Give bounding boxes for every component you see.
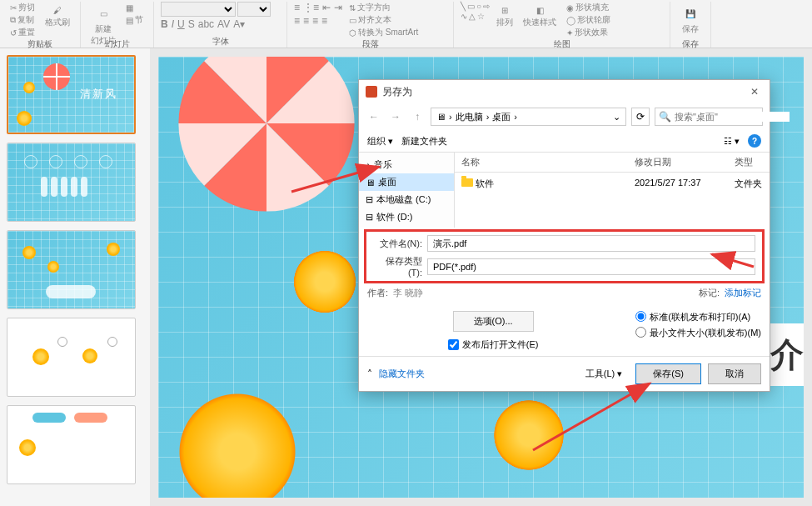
tags-value[interactable]: 添加标记 (725, 287, 761, 299)
shape-outline-button[interactable]: ◯形状轮廓 (563, 14, 614, 26)
shape-triangle-icon: △ (469, 12, 476, 21)
new-folder-button[interactable]: 新建文件夹 (401, 135, 447, 148)
nav-forward-button[interactable]: → (387, 108, 404, 125)
tools-dropdown[interactable]: 工具(L) ▾ (579, 366, 630, 382)
section-icon: ▤ (126, 16, 133, 25)
breadcrumb[interactable]: 🖥 › 此电脑 › 桌面 › ⌄ (431, 108, 626, 126)
folder-tree[interactable]: ♪音乐 🖥桌面 ⊟本地磁盘 (C:) ⊟软件 (D:) ⊟办公 (E:) (359, 153, 455, 228)
strikethrough-button[interactable]: S (188, 18, 195, 30)
align-right-button[interactable]: ≡ (312, 15, 318, 27)
optimize-radio-group: 标准(联机发布和打印)(A) 最小文件大小(联机发布)(M) (635, 311, 761, 351)
underline-button[interactable]: U (177, 18, 185, 30)
file-list[interactable]: 名称 修改日期 类型 软件 2021/5/27 17:37 文件夹 (455, 153, 770, 228)
col-type[interactable]: 类型 (728, 153, 770, 172)
filename-input[interactable] (427, 235, 755, 252)
slide-thumbnails-panel[interactable]: 清新风 (0, 48, 150, 506)
dialog-footer: ˄ 隐藏文件夹 工具(L) ▾ 保存(S) 取消 (359, 356, 770, 391)
indent-inc-button[interactable]: ⇥ (334, 2, 342, 13)
align-left-button[interactable]: ≡ (294, 15, 300, 27)
radio-minimum[interactable]: 最小文件大小(联机发布)(M) (635, 327, 761, 339)
font-color-button[interactable]: A▾ (233, 18, 245, 30)
slide-thumb-3[interactable] (7, 230, 136, 309)
shapes-gallery-row2[interactable]: ∿ △ ☆ (461, 12, 490, 21)
indent-dec-button[interactable]: ⇤ (322, 2, 331, 13)
tree-item-music[interactable]: ♪音乐 (359, 156, 454, 173)
dialog-titlebar[interactable]: 另存为 ✕ (359, 80, 770, 103)
text-direction-button[interactable]: ⇅文字方向 (346, 2, 421, 13)
convert-smartart-button[interactable]: ⬡转换为 SmartArt (346, 27, 421, 38)
slide-thumb-4[interactable] (7, 318, 136, 397)
hide-folders-link[interactable]: 隐藏文件夹 (379, 368, 425, 380)
bold-button[interactable]: B (161, 18, 168, 30)
char-spacing-button[interactable]: AV (217, 18, 230, 30)
tree-item-office-e[interactable]: ⊟办公 (E:) (359, 226, 454, 228)
save-ribbon-button[interactable]: 💾 保存 (677, 2, 704, 37)
shadow-button[interactable]: abc (198, 18, 214, 30)
open-after-checkbox[interactable]: 发布后打开文件(E) (448, 338, 539, 351)
radio-standard-input[interactable] (635, 311, 646, 322)
copy-button[interactable]: ⧉复制 (7, 14, 38, 26)
dialog-title: 另存为 (382, 85, 746, 99)
options-button[interactable]: 选项(O)... (453, 311, 534, 332)
quick-styles-button[interactable]: ◧快速样式 (520, 2, 560, 30)
save-as-dialog: 另存为 ✕ ← → ↑ 🖥 › 此电脑 › 桌面 › ⌄ ⟳ 🔍 组织 ▾ 新建… (358, 79, 770, 392)
close-button[interactable]: ✕ (746, 83, 763, 100)
help-icon[interactable]: ? (748, 134, 761, 148)
slide-thumb-1[interactable]: 清新风 (7, 55, 136, 134)
drive-icon: ⊟ (366, 212, 373, 223)
powerpoint-icon (366, 86, 377, 98)
col-modified[interactable]: 修改日期 (628, 153, 728, 172)
align-center-button[interactable]: ≡ (303, 15, 309, 27)
folder-icon (461, 178, 473, 187)
layout-button[interactable]: ▦ (122, 2, 147, 13)
chevron-up-icon[interactable]: ˄ (367, 368, 372, 380)
tree-item-software-d[interactable]: ⊟软件 (D:) (359, 208, 454, 226)
numbering-button[interactable]: ⋮≡ (303, 2, 319, 13)
shape-rect-icon: ▭ (467, 2, 475, 11)
search-input[interactable] (675, 112, 790, 122)
savetype-select[interactable] (427, 258, 755, 275)
justify-button[interactable]: ≡ (321, 15, 327, 27)
slide-thumb-5[interactable] (7, 405, 136, 484)
nav-back-button[interactable]: ← (366, 108, 382, 125)
tree-item-desktop[interactable]: 🖥桌面 (359, 173, 454, 191)
chevron-down-icon[interactable]: ⌄ (613, 112, 620, 123)
align-text-button[interactable]: ▭对齐文本 (346, 14, 421, 26)
dialog-nav: ← → ↑ 🖥 › 此电脑 › 桌面 › ⌄ ⟳ 🔍 (359, 103, 770, 130)
breadcrumb-desktop[interactable]: 桌面 (492, 111, 511, 123)
section-button[interactable]: ▤节 (122, 14, 147, 26)
italic-button[interactable]: I (172, 18, 174, 30)
refresh-button[interactable]: ⟳ (631, 108, 650, 126)
slide-thumb-2[interactable] (7, 143, 136, 222)
tree-item-local-c[interactable]: ⊟本地磁盘 (C:) (359, 191, 454, 208)
author-value[interactable]: 李 晓静 (393, 287, 423, 299)
radio-standard[interactable]: 标准(联机发布和打印)(A) (635, 311, 761, 323)
shapes-gallery[interactable]: ╲ ▭ ○ ⇨ (461, 2, 490, 11)
shape-effects-button[interactable]: ✦形状效果 (563, 27, 614, 38)
breadcrumb-pc[interactable]: 此电脑 (456, 111, 483, 123)
search-box[interactable]: 🔍 (655, 108, 763, 126)
open-after-input[interactable] (448, 339, 459, 350)
radio-minimum-input[interactable] (635, 327, 646, 338)
font-size-select[interactable] (237, 2, 271, 17)
ribbon-group-slides: ▭ 新建 幻灯片 ▦ ▤节 幻灯片 (81, 2, 154, 48)
save-button[interactable]: 保存(S) (635, 363, 701, 384)
arrange-button[interactable]: ⊞排列 (493, 2, 516, 30)
col-name[interactable]: 名称 (455, 153, 628, 172)
organize-button[interactable]: 组织 ▾ (367, 135, 393, 148)
format-painter-button[interactable]: 🖌 格式刷 (42, 2, 73, 30)
brush-icon: 🖌 (51, 3, 64, 17)
shape-fill-button[interactable]: ◉形状填充 (563, 2, 614, 13)
cut-button[interactable]: ✂剪切 (7, 2, 38, 13)
file-list-header[interactable]: 名称 修改日期 类型 (455, 153, 770, 173)
bullets-button[interactable]: ≡ (294, 2, 300, 13)
view-button[interactable]: ☷ ▾ (724, 136, 740, 147)
file-row[interactable]: 软件 2021/5/27 17:37 文件夹 (455, 173, 770, 195)
umbrella-graphic (175, 57, 358, 215)
ribbon-group-paragraph: ≡ ⋮≡ ⇤ ⇥ ≡ ≡ ≡ ≡ ⇅文字方向 ▭对齐文本 ⬡转换为 SmartA… (287, 2, 454, 48)
nav-up-button[interactable]: ↑ (409, 108, 426, 125)
reset-button[interactable]: ↺重置 (7, 27, 38, 38)
cancel-button[interactable]: 取消 (708, 363, 761, 384)
music-icon: ♪ (366, 160, 371, 170)
font-family-select[interactable] (161, 2, 236, 17)
